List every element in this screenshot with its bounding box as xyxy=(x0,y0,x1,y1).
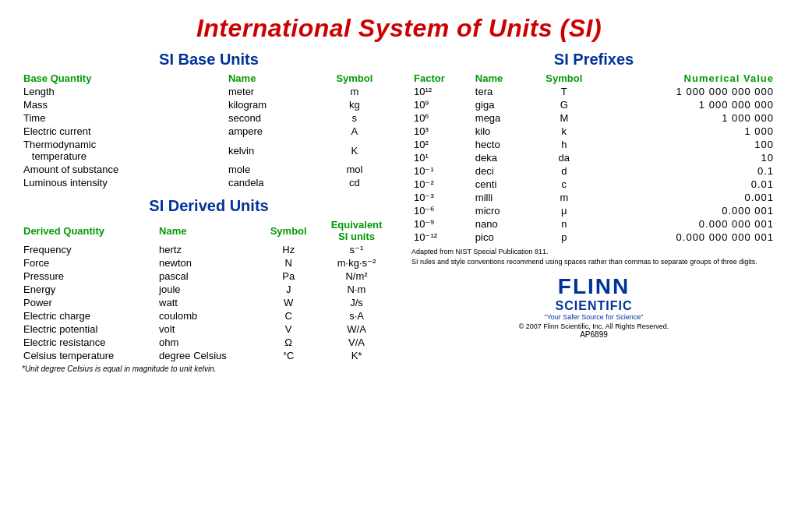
prefix-name-cell: deci xyxy=(473,164,528,178)
base-quantity-cell: Electric current xyxy=(22,125,227,138)
derived-unit-row: Celsius temperature degree Celsius °C K* xyxy=(22,349,396,362)
base-name-cell: kilogram xyxy=(227,98,313,111)
prefix-symbol-cell: k xyxy=(528,125,599,138)
derived-equiv-cell: N/m² xyxy=(317,270,396,283)
derived-equiv-cell: J/s xyxy=(317,296,396,309)
prefix-row: 10⁻¹² pico p 0.000 000 000 001 xyxy=(411,231,776,244)
prefix-row: 10³ kilo k 1 000 xyxy=(411,125,776,138)
prefix-row: 10⁻¹ deci d 0.1 xyxy=(411,164,776,178)
base-name-cell: ampere xyxy=(227,125,313,138)
derived-name-cell: watt xyxy=(157,296,260,309)
prefix-numerical-cell: 10 xyxy=(599,151,776,164)
base-unit-row: Time second s xyxy=(22,111,396,125)
prefix-factor-cell: 10⁻³ xyxy=(411,191,473,204)
base-symbol-header: Symbol xyxy=(313,72,396,85)
numerical-header: Numerical Value xyxy=(599,72,776,85)
prefix-row: 10⁻⁹ nano n 0.000 000 001 xyxy=(411,217,776,231)
prefix-numerical-cell: 100 xyxy=(599,138,776,151)
derived-equiv-cell: V/A xyxy=(317,336,396,349)
derived-quantity-cell: Electric charge xyxy=(22,309,157,322)
base-unit-row: Thermodynamic temperature kelvin K xyxy=(22,138,396,163)
prefix-name-cell: hecto xyxy=(473,138,528,151)
derived-units-title: SI Derived Units xyxy=(22,197,396,215)
prefixes-table: Factor Name Symbol Numerical Value 10¹² … xyxy=(411,72,776,244)
prefix-row: 10² hecto h 100 xyxy=(411,138,776,151)
flinn-logo-block: FLINN SCIENTIFIC "Your Safer Source for … xyxy=(411,274,776,339)
base-name-cell: meter xyxy=(227,85,313,98)
prefix-factor-cell: 10² xyxy=(411,138,473,151)
prefix-name-cell: kilo xyxy=(473,125,528,138)
prefix-row: 10¹² tera T 1 000 000 000 000 xyxy=(411,85,776,98)
derived-name-cell: coulomb xyxy=(157,309,260,322)
base-symbol-cell: A xyxy=(313,125,396,138)
prefix-name-cell: mega xyxy=(473,111,528,125)
derived-name-cell: pascal xyxy=(157,270,260,283)
prefix-symbol-header: Symbol xyxy=(528,72,599,85)
derived-unit-row: Electric charge coulomb C s·A xyxy=(22,309,396,322)
base-name-cell: kelvin xyxy=(227,138,313,163)
base-quantity-header: Base Quantity xyxy=(22,72,227,85)
prefix-symbol-cell: G xyxy=(528,98,599,111)
prefix-factor-cell: 10⁻¹² xyxy=(411,231,473,244)
prefix-symbol-cell: μ xyxy=(528,204,599,217)
prefix-symbol-cell: h xyxy=(528,138,599,151)
prefix-row: 10⁹ giga G 1 000 000 000 xyxy=(411,98,776,111)
derived-quantity-cell: Force xyxy=(22,256,157,270)
prefix-numerical-cell: 0.000 000 000 001 xyxy=(599,231,776,244)
derived-unit-row: Frequency hertz Hz s⁻¹ xyxy=(22,243,396,256)
prefix-numerical-cell: 1 000 xyxy=(599,125,776,138)
base-unit-row: Length meter m xyxy=(22,85,396,98)
derived-name-cell: hertz xyxy=(157,243,260,256)
base-unit-row: Electric current ampere A xyxy=(22,125,396,138)
prefix-row: 10⁻⁶ micro μ 0.000 001 xyxy=(411,204,776,217)
flinn-tagline: "Your Safer Source for Science" xyxy=(411,313,776,321)
derived-symbol-cell: °C xyxy=(260,349,317,362)
prefixes-header-row: Factor Name Symbol Numerical Value xyxy=(411,72,776,85)
adapted-note: Adapted from NIST Special Publication 81… xyxy=(411,247,776,266)
prefix-row: 10⁻² centi c 0.01 xyxy=(411,178,776,191)
base-name-cell: mole xyxy=(227,163,313,176)
prefix-name-cell: deka xyxy=(473,151,528,164)
left-column: SI Base Units Base Quantity Name Symbol … xyxy=(22,51,404,524)
factor-header: Factor xyxy=(411,72,473,85)
base-unit-row: Luminous intensity candela cd xyxy=(22,176,396,189)
prefix-numerical-cell: 1 000 000 000 000 xyxy=(599,85,776,98)
prefix-numerical-cell: 1 000 000 xyxy=(599,111,776,125)
derived-name-cell: degree Celsius xyxy=(157,349,260,362)
base-units-header-row: Base Quantity Name Symbol xyxy=(22,72,396,85)
prefix-name-header: Name xyxy=(473,72,528,85)
base-quantity-cell: Mass xyxy=(22,98,227,111)
derived-units-table: Derived Quantity Name Symbol EquivalentS… xyxy=(22,218,396,362)
derived-equiv-cell: N·m xyxy=(317,283,396,296)
prefix-row: 10⁻³ milli m 0.001 xyxy=(411,191,776,204)
base-symbol-cell: s xyxy=(313,111,396,125)
derived-footnote: *Unit degree Celsius is equal in magnitu… xyxy=(22,365,396,373)
prefix-name-cell: micro xyxy=(473,204,528,217)
flinn-scientific: SCIENTIFIC xyxy=(411,299,776,313)
derived-units-header-row: Derived Quantity Name Symbol EquivalentS… xyxy=(22,218,396,243)
main-title: International System of Units (SI) xyxy=(22,14,776,43)
derived-quantity-cell: Power xyxy=(22,296,157,309)
base-name-cell: candela xyxy=(227,176,313,189)
derived-quantity-cell: Celsius temperature xyxy=(22,349,157,362)
prefix-factor-cell: 10⁹ xyxy=(411,98,473,111)
flinn-name: FLINN xyxy=(411,274,776,299)
base-units-table: Base Quantity Name Symbol Length meter m… xyxy=(22,72,396,189)
derived-unit-row: Electric potential volt V W/A xyxy=(22,322,396,336)
prefix-name-cell: giga xyxy=(473,98,528,111)
flinn-ap: AP6899 xyxy=(411,330,776,339)
base-symbol-cell: K xyxy=(313,138,396,163)
derived-symbol-cell: Pa xyxy=(260,270,317,283)
page: International System of Units (SI) SI Ba… xyxy=(0,0,798,532)
base-units-title: SI Base Units xyxy=(22,51,396,69)
prefix-factor-cell: 10¹² xyxy=(411,85,473,98)
derived-unit-row: Pressure pascal Pa N/m² xyxy=(22,270,396,283)
prefix-symbol-cell: da xyxy=(528,151,599,164)
prefix-numerical-cell: 1 000 000 000 xyxy=(599,98,776,111)
prefix-factor-cell: 10⁶ xyxy=(411,111,473,125)
prefix-factor-cell: 10⁻⁶ xyxy=(411,204,473,217)
prefix-symbol-cell: c xyxy=(528,178,599,191)
prefix-name-cell: pico xyxy=(473,231,528,244)
base-quantity-cell: Luminous intensity xyxy=(22,176,227,189)
prefix-row: 10¹ deka da 10 xyxy=(411,151,776,164)
